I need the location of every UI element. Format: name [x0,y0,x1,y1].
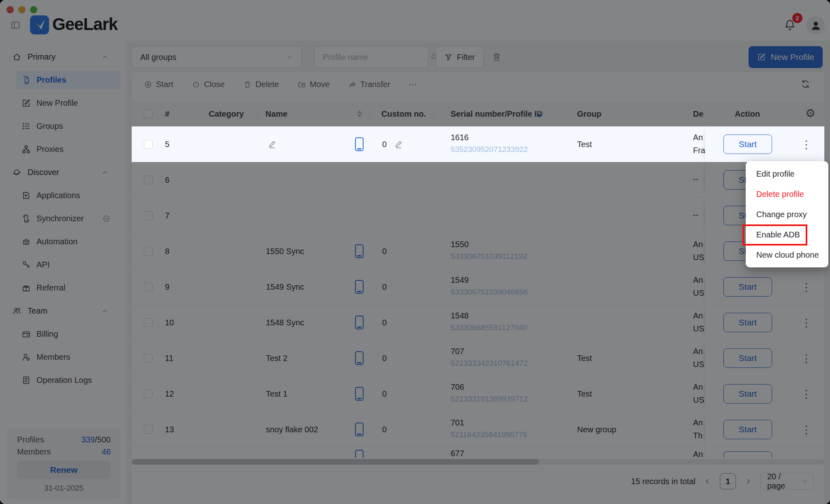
app-window: GeeLark 2 PrimaryProfilesNew ProfileGrou… [0,0,830,504]
profile-id: 535230952071233922 [451,145,528,154]
row-more-actions-icon[interactable]: ⋮ [801,138,812,150]
table-row: 501616535230952071233922TestAnFraStart⋮ [132,126,824,162]
row-context-menu: Edit profileDelete profileChange proxyEn… [746,161,828,267]
context-menu-item-label: New cloud phone [756,250,819,260]
context-menu-item-delete-profile[interactable]: Delete profile [746,184,828,204]
context-menu-item-new-cloud-phone[interactable]: New cloud phone [746,245,828,265]
context-menu-item-edit-profile[interactable]: Edit profile [746,164,828,184]
context-menu-item-label: Change proxy [756,210,807,219]
row-checkbox[interactable] [144,140,153,149]
context-menu-item-label: Edit profile [756,169,795,179]
pencil-edit-icon [394,139,404,149]
custom-no-value: 0 [382,139,387,149]
edit-custom-no-icon[interactable] [394,139,404,149]
dim-overlay [0,0,830,504]
device-info-line1: An [693,133,703,142]
pencil-edit-icon [267,139,277,149]
device-info-line2: Fra [693,146,705,155]
context-menu-item-label: Delete profile [756,190,804,199]
context-menu-item-change-proxy[interactable]: Change proxy [746,204,828,224]
serial-number: 1616 [451,133,469,142]
enable-adb-annotation-box [742,224,807,246]
edit-name-icon[interactable] [267,139,277,149]
start-button[interactable]: Start [723,135,772,154]
row-index: 5 [165,139,169,149]
action-cell: Start⋮ [705,126,824,162]
cloud-phone-category-icon [355,137,364,151]
group-name: Test [577,139,592,149]
